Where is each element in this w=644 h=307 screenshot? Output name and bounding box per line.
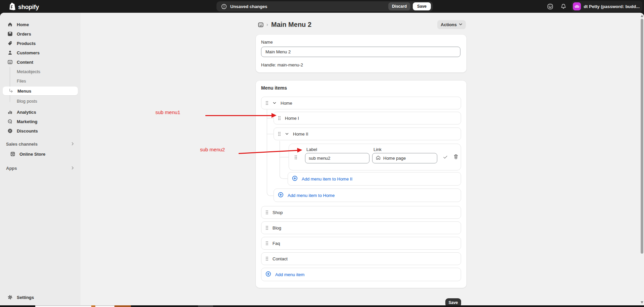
scrollbar-up-arrow[interactable] — [641, 15, 643, 17]
sidebar-item-content[interactable]: Content — [3, 58, 78, 66]
sidebar-item-settings[interactable]: Settings — [3, 293, 78, 302]
delete-trash-icon[interactable] — [453, 154, 458, 159]
menu-name-input[interactable] — [261, 47, 460, 57]
marketing-icon — [6, 119, 14, 124]
add-menu-item-home2-button[interactable]: Add menu item to Home II — [288, 172, 461, 186]
products-tag-icon — [6, 41, 14, 46]
discounts-icon — [6, 128, 14, 134]
sidebar-item-label: Products — [17, 41, 36, 46]
label-field-label: Label — [306, 147, 317, 152]
chevron-down-icon[interactable] — [285, 132, 289, 136]
add-button-label: Add menu item to Home II — [302, 176, 352, 182]
add-menu-item-home-button[interactable]: Add menu item to Home — [274, 189, 461, 202]
sidebar-item-online-store[interactable]: Online Store — [3, 150, 78, 158]
confirm-check-icon[interactable] — [443, 154, 448, 160]
breadcrumb-chevron-icon: › — [266, 22, 268, 27]
drag-handle-icon[interactable] — [294, 155, 297, 160]
menu-row-home[interactable]: Home — [261, 97, 461, 109]
annotation-sub-menu2: sub menu2 — [200, 147, 225, 152]
workspace: Home Orders Products Customers Content M… — [0, 13, 644, 307]
analytics-icon — [6, 109, 14, 115]
menu-item-label: Contact — [273, 256, 288, 261]
chevron-right-icon — [71, 142, 75, 147]
menu-item-label: Blog — [273, 225, 281, 231]
drag-handle-icon[interactable] — [265, 210, 268, 215]
drag-handle-icon[interactable] — [265, 225, 268, 230]
sidebar-section-sales-channels[interactable]: Sales channels — [3, 140, 78, 148]
drag-handle-icon[interactable] — [265, 101, 268, 105]
sidebar-item-marketing[interactable]: Marketing — [3, 117, 78, 126]
actions-button[interactable]: Actions — [437, 20, 466, 29]
menu-row-shop[interactable]: Shop — [261, 206, 461, 219]
user-avatar: db — [573, 2, 581, 10]
drag-handle-icon[interactable] — [278, 116, 281, 120]
chevron-down-icon[interactable] — [273, 101, 277, 105]
menu-row-blog[interactable]: Blog — [261, 221, 461, 234]
annotation-sub-menu1: sub menu1 — [155, 109, 180, 115]
alert-icon — [221, 4, 227, 9]
add-button-label: Add menu item — [275, 272, 304, 277]
sidebar-item-label: Settings — [17, 295, 34, 300]
shopify-logo[interactable]: shopify — [9, 2, 39, 12]
sidebar-item-label: Orders — [17, 32, 31, 37]
menu-items-title: Menu items — [261, 85, 287, 91]
sidebar-item-metaobjects[interactable]: Metaobjects — [3, 67, 78, 76]
add-menu-item-button[interactable]: Add menu item — [261, 268, 461, 281]
menu-row-faq[interactable]: Faq — [261, 237, 461, 250]
save-button-topbar[interactable]: Save — [413, 2, 431, 10]
link-value: Home page — [383, 156, 406, 161]
sidebar-item-label: Metaobjects — [17, 69, 40, 74]
sidebar-item-products[interactable]: Products — [3, 39, 78, 48]
menu-row-home1[interactable]: Home I — [274, 112, 461, 124]
drag-handle-icon[interactable] — [265, 241, 268, 246]
plus-circle-icon — [292, 175, 298, 182]
drag-handle-icon[interactable] — [278, 132, 281, 136]
sidebar-item-label: Content — [17, 60, 33, 65]
bottom-strip-segment — [131, 305, 198, 307]
sidebar-item-home[interactable]: Home — [3, 20, 78, 29]
menu-items-card: Menu items Home Home I Home II Label — [256, 81, 466, 288]
user-menu[interactable]: db dt Petty (password: budd... — [572, 1, 642, 12]
chevron-down-icon — [459, 22, 462, 27]
name-card: Name Handle: main-menu-2 — [256, 35, 466, 72]
tree-line-home2 — [280, 141, 288, 179]
orders-icon — [6, 31, 14, 37]
label-input[interactable] — [305, 153, 369, 163]
scrollbar-down-arrow[interactable] — [641, 301, 643, 304]
menu-item-label: Faq — [273, 241, 280, 246]
sidebar-item-blog-posts[interactable]: Blog posts — [3, 97, 78, 105]
link-selector[interactable]: Home page — [372, 153, 437, 163]
menu-row-contact[interactable]: Contact — [261, 252, 461, 265]
sidebar-item-customers[interactable]: Customers — [3, 48, 78, 57]
plus-circle-icon — [265, 271, 271, 278]
bottom-strip-segment — [213, 305, 644, 307]
content-breadcrumb-icon[interactable] — [258, 22, 264, 29]
sidebar-item-analytics[interactable]: Analytics — [3, 108, 78, 116]
discard-button[interactable]: Discard — [388, 2, 410, 10]
sidebar-item-discounts[interactable]: Discounts — [3, 126, 78, 135]
scrollbar-thumb[interactable] — [641, 19, 643, 254]
drag-handle-icon[interactable] — [265, 256, 268, 261]
bottom-strip-segment — [91, 305, 95, 307]
topbar: shopify Unsaved changes Discard Save db … — [0, 0, 644, 13]
chevron-right-icon — [71, 166, 75, 171]
menu-row-home2[interactable]: Home II — [274, 127, 461, 140]
menu-item-editor: Label Link Home page — [289, 144, 461, 170]
sidebar-item-files[interactable]: Files — [3, 76, 78, 85]
sidebar-section-apps[interactable]: Apps — [3, 164, 78, 172]
inbox-icon[interactable] — [545, 1, 555, 12]
plus-circle-icon — [278, 192, 284, 199]
menu-item-label: Home I — [285, 116, 299, 121]
bottom-strip-segment — [114, 305, 131, 307]
storefront-icon — [9, 151, 17, 157]
sidebar-item-label: Discounts — [17, 129, 38, 134]
sidebar-item-orders[interactable]: Orders — [3, 30, 78, 38]
tree-stub-home2 — [267, 134, 274, 134]
notifications-bell-icon[interactable] — [558, 1, 569, 12]
unsaved-changes-text: Unsaved changes — [230, 4, 267, 9]
user-name: dt Petty (password: budd... — [584, 4, 640, 9]
tree-stub-home1 — [267, 118, 274, 118]
sidebar-item-menus[interactable]: Menus — [3, 87, 78, 95]
sidebar-item-label: Blog posts — [17, 99, 37, 104]
content-icon — [6, 59, 14, 65]
